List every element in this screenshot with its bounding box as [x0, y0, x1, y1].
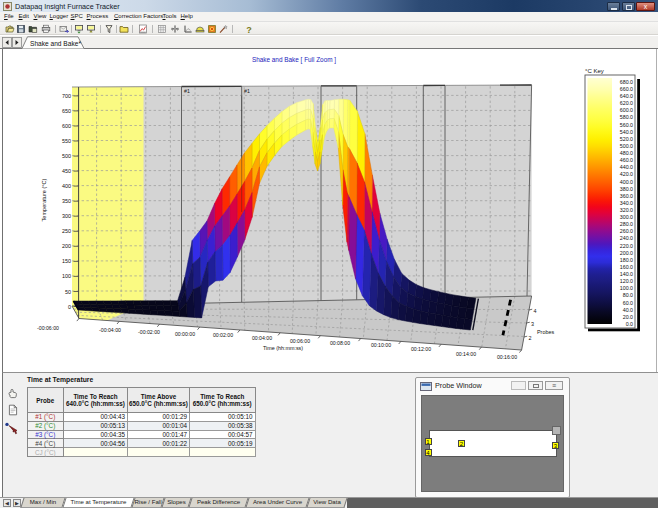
svg-text:180.0: 180.0	[620, 257, 633, 263]
svg-text:0: 0	[68, 304, 71, 310]
svg-text:620.0: 620.0	[620, 100, 633, 106]
svg-text:320.0: 320.0	[620, 207, 633, 213]
svg-text:#1: #1	[184, 88, 190, 94]
svg-text:350: 350	[62, 198, 71, 204]
svg-text:00:12:00: 00:12:00	[411, 346, 431, 352]
svg-text:520.0: 520.0	[620, 136, 633, 142]
svg-text:250: 250	[62, 228, 71, 234]
svg-text:00:08:00: 00:08:00	[330, 340, 350, 346]
svg-text:220.0: 220.0	[620, 243, 633, 249]
svg-text:-00:02:00: -00:02:00	[138, 329, 160, 335]
svg-text:400.0: 400.0	[620, 179, 633, 185]
svg-text:420.0: 420.0	[620, 171, 633, 177]
svg-text:560.0: 560.0	[620, 122, 633, 128]
svg-text:100.0: 100.0	[620, 285, 633, 291]
svg-text:°C Key: °C Key	[585, 68, 604, 74]
svg-text:340.0: 340.0	[620, 200, 633, 206]
svg-text:2: 2	[529, 335, 532, 341]
svg-text:300: 300	[62, 213, 71, 219]
svg-text:150: 150	[62, 258, 71, 264]
svg-text:120.0: 120.0	[620, 278, 633, 284]
svg-text:0.0: 0.0	[626, 321, 633, 327]
svg-text:20.0: 20.0	[623, 314, 633, 320]
svg-text:-00:06:00: -00:06:00	[37, 325, 59, 331]
svg-text:460.0: 460.0	[620, 157, 633, 163]
svg-text:00:04:00: 00:04:00	[252, 335, 272, 341]
svg-text:Time (hh:mm:ss): Time (hh:mm:ss)	[263, 345, 303, 351]
svg-text:200: 200	[62, 243, 71, 249]
svg-text:660.0: 660.0	[620, 86, 633, 92]
svg-text:580.0: 580.0	[620, 114, 633, 120]
svg-text:#1: #1	[244, 88, 250, 94]
svg-text:-00:04:00: -00:04:00	[99, 327, 121, 333]
svg-text:550: 550	[62, 138, 71, 144]
svg-text:Temperature (°C): Temperature (°C)	[41, 178, 47, 221]
svg-text:00:02:00: 00:02:00	[213, 332, 233, 338]
svg-text:280.0: 280.0	[620, 221, 633, 227]
svg-text:500.0: 500.0	[620, 143, 633, 149]
svg-text:Shake and Bake [ Full Zoom ]: Shake and Bake [ Full Zoom ]	[252, 56, 336, 64]
svg-text:700: 700	[62, 93, 71, 99]
svg-text:300.0: 300.0	[620, 214, 633, 220]
svg-text:360.0: 360.0	[620, 193, 633, 199]
svg-text:40.0: 40.0	[623, 307, 633, 313]
svg-text:4: 4	[534, 308, 537, 314]
svg-text:140.0: 140.0	[620, 271, 633, 277]
svg-text:3: 3	[531, 321, 534, 327]
svg-text:80.0: 80.0	[623, 292, 633, 298]
svg-text:00:14:00: 00:14:00	[456, 351, 476, 357]
svg-text:650: 650	[62, 108, 71, 114]
svg-text:60.0: 60.0	[623, 300, 633, 306]
svg-text:500: 500	[62, 153, 71, 159]
svg-text:260.0: 260.0	[620, 228, 633, 234]
svg-text:600.0: 600.0	[620, 107, 633, 113]
svg-text:00:10:00: 00:10:00	[371, 342, 391, 348]
svg-text:540.0: 540.0	[620, 129, 633, 135]
svg-text:640.0: 640.0	[620, 93, 633, 99]
svg-text:200.0: 200.0	[620, 250, 633, 256]
svg-text:480.0: 480.0	[620, 150, 633, 156]
svg-text:450: 450	[62, 168, 71, 174]
svg-text:Probes: Probes	[537, 329, 554, 335]
svg-text:160.0: 160.0	[620, 264, 633, 270]
svg-text:240.0: 240.0	[620, 235, 633, 241]
svg-text:50: 50	[65, 289, 71, 295]
svg-text:380.0: 380.0	[620, 186, 633, 192]
svg-text:00:00:00: 00:00:00	[175, 331, 195, 337]
svg-text:00:16:00: 00:16:00	[497, 354, 517, 360]
svg-text:600: 600	[62, 123, 71, 129]
svg-text:00:06:00: 00:06:00	[290, 338, 310, 344]
svg-text:440.0: 440.0	[620, 164, 633, 170]
svg-text:100: 100	[62, 273, 71, 279]
svg-text:400: 400	[62, 183, 71, 189]
svg-text:680.0: 680.0	[620, 79, 633, 85]
